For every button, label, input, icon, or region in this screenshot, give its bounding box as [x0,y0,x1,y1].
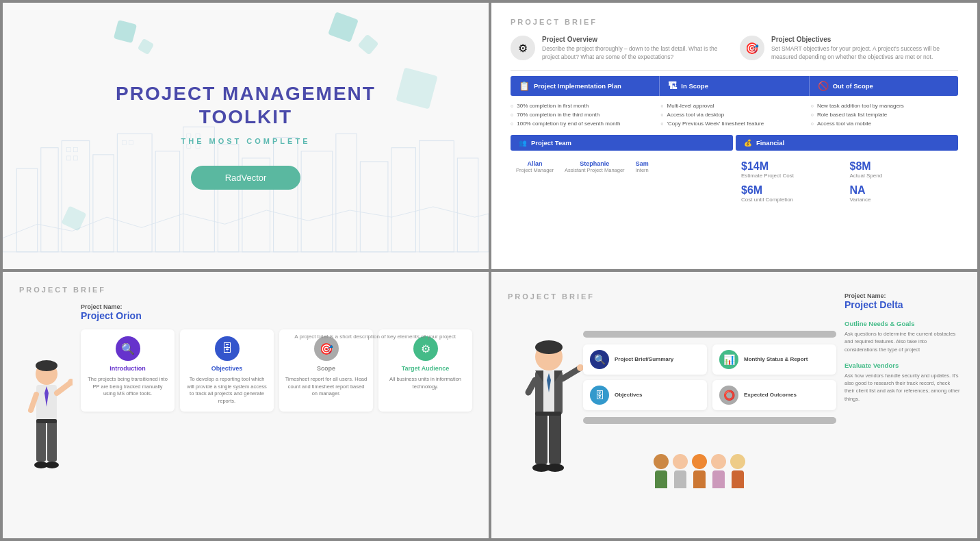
member-3: Sam Intern [636,160,649,173]
svg-rect-2 [62,141,90,252]
svg-line-46 [563,368,580,379]
person-svg [21,359,73,496]
deco-square-2 [138,38,155,55]
body-3 [693,470,706,488]
impl-icon: 📋 [519,81,530,91]
slide4-right: Project Name: Project Delta Outline Need… [844,286,961,525]
svg-point-35 [45,462,59,468]
title-content: PROJECT MANAGEMENT TOOLKIT THE MOST COMP… [116,82,376,189]
head-3 [692,454,707,469]
fin-item-1: $14M Estimate Project Cost [741,160,844,179]
slide3-title: PROJECT BRIEF [19,286,472,294]
fin-icon: 💰 [744,139,752,147]
slide4-left: PROJECT BRIEF [508,286,836,525]
fin-item-3: $6M Cost until Completion [741,184,844,203]
body-5 [732,470,744,488]
svg-point-28 [36,360,57,371]
impl-list: 30% completion in first month 70% comple… [511,101,658,128]
topic-card-scope: 🎯 Scope Timesheet report for all users. … [279,329,373,412]
project-name-box: Project Name: Project Orion [81,303,472,321]
svg-rect-50 [549,413,561,464]
radvector-button[interactable]: RadVector [191,166,301,190]
team-header: 👥 Project Team [511,135,733,151]
obj-desc: To develop a reporting tool which will p… [185,376,268,405]
svg-rect-18 [66,156,70,160]
team-members: Allan Project Manager Stephanie Assistan… [511,156,733,177]
subtitle: THE MOST COMPLETE [116,137,376,145]
fin-grid: $14M Estimate Project Cost $8M Actual Sp… [736,156,958,207]
out-scope-icon: 🚫 [818,81,829,91]
board-card-objectives: 🗄 Objectives [583,380,707,410]
deco-square-1 [114,20,137,43]
slide4-title: PROJECT BRIEF [508,292,595,301]
svg-rect-32 [47,420,57,462]
topic-card-obj: 🗄 Objectives To develop a reporting tool… [180,329,274,412]
slide3-header: Project Name: Project Orion A project br… [19,303,472,329]
scope-title: Scope [285,365,368,372]
board-card-text-1: Project Brief/Summary [615,356,673,363]
topic-card-audience: ⚙ Target Audience All business units in … [378,329,472,412]
person-figure-area [19,329,74,525]
audience-fig-1 [654,454,669,488]
team-fin-row: 👥 Project Team Allan Project Manager Ste… [511,135,958,207]
overview-card-2: 🎯 Project Objectives Set SMART objective… [740,36,958,62]
slide-project-brief-1: PROJECT BRIEF ⚙ Project Overview Describ… [491,3,977,269]
audience-icon: ⚙ [413,336,438,361]
audience-row [563,454,836,488]
head-5 [730,454,745,469]
intro-icon: 🔍 [116,336,140,361]
board-card-text-2: Monthly Status & Report [744,356,808,363]
svg-line-37 [31,394,36,410]
head-2 [673,454,688,469]
svg-line-36 [57,383,70,393]
svg-rect-13 [391,148,416,252]
slide3-body: 🔍 Introduction The projects being transi… [19,329,472,525]
scope-icon: 🏗 [668,81,677,91]
in-scope-item-3: 'Copy Previous Week' timesheet feature [660,119,808,128]
delta-section2-text: Ask how vendors handle security and upda… [844,372,961,403]
topic-card-intro: 🔍 Introduction The projects being transi… [81,329,175,412]
svg-rect-3 [93,155,114,252]
audience-fig-4 [711,454,726,488]
team-icon: 👥 [519,139,527,147]
impl-content-row: 30% completion in first month 70% comple… [511,101,958,128]
overview-card-1: ⚙ Project Overview Describe the project … [511,36,729,62]
svg-rect-19 [73,156,77,160]
audience-fig-5 [730,454,745,488]
impl-header-cell: 📋 Project Implementation Plan [511,76,659,96]
slide2-title: PROJECT BRIEF [511,18,958,26]
intro-title: Introduction [86,365,169,372]
board-card-text-4: Expected Outcomes [744,392,797,399]
impl-col-1: 30% completion in first month 70% comple… [511,101,658,128]
cards-row: 🔍 Introduction The projects being transi… [81,329,472,412]
member-1: Allan Project Manager [516,160,554,173]
board-bar-top [583,331,836,338]
svg-rect-14 [420,141,454,252]
delta-section1-text: Ask questions to determine the current o… [844,330,961,353]
scope-icon: 🎯 [314,336,339,361]
out-scope-col: New task addition tool by managers Role … [811,101,958,128]
overview-icon-1: ⚙ [511,36,535,60]
fin-item-4: NA Variance [850,184,953,203]
divider-1 [511,70,958,71]
delta-section2-title: Evaluate Vendors [844,362,961,369]
overview-text-1: Project Overview Describe the project th… [542,36,729,62]
board-card-brief: 🔍 Project Brief/Summary [583,344,707,375]
out-scope-item-2: Role based task list template [811,110,958,119]
deco-square-4 [358,34,379,55]
impl-item-1: 30% completion in first month [511,101,658,110]
audience-fig-2 [673,454,688,488]
board-card-outcomes: ⭕ Expected Outcomes [712,380,836,410]
board-card-icon-2: 📊 [719,350,738,369]
head-1 [654,454,669,469]
fin-header: 💰 Financial [736,135,958,151]
slide-project-brief-2: PROJECT BRIEF Project Name: Project Orio… [3,272,489,538]
svg-rect-1 [41,148,58,252]
body-1 [655,470,667,488]
main-title: PROJECT MANAGEMENT TOOLKIT [116,82,376,128]
svg-rect-15 [457,158,478,252]
overview-icon-2: 🎯 [740,36,764,60]
deco-square-3 [328,12,359,42]
project-desc: A project brief is a short description o… [294,334,456,340]
out-scope-list: New task addition tool by managers Role … [811,101,958,128]
